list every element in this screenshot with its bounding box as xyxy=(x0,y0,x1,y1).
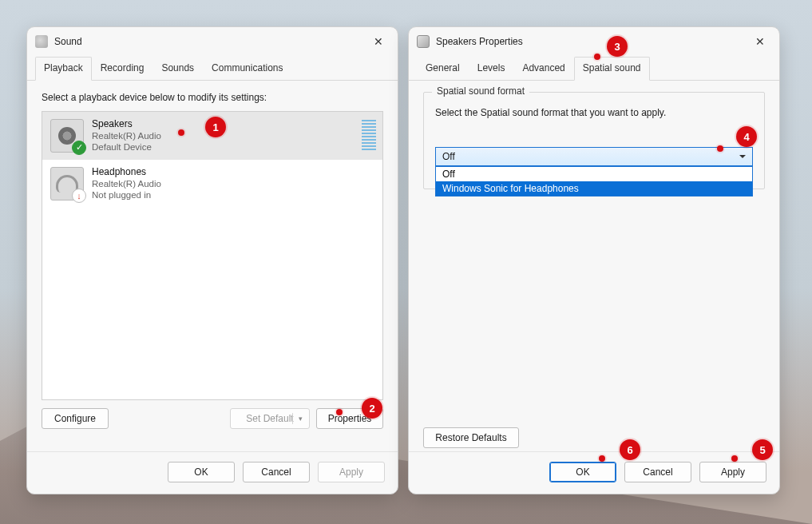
sound-dialog: Sound ✕ Playback Recording Sounds Commun… xyxy=(26,26,398,494)
apply-button[interactable]: Apply xyxy=(318,462,385,482)
spatial-instruction: Select the Spatial sound format that you… xyxy=(435,107,753,118)
playback-device-list[interactable]: ✓ Speakers Realtek(R) Audio Default Devi… xyxy=(42,111,383,400)
device-status: Not plugged in xyxy=(92,189,161,200)
spatial-combo-wrap: Off Off Windows Sonic for Headphones xyxy=(435,147,753,166)
option-off[interactable]: Off xyxy=(436,167,752,181)
speaker-icon: ✓ xyxy=(50,119,84,153)
ok-button[interactable]: OK xyxy=(168,462,235,482)
tab-playback[interactable]: Playback xyxy=(35,57,92,81)
device-status: Default Device xyxy=(92,141,161,153)
annotation-marker-2: 2 xyxy=(362,398,382,419)
playback-instruction: Select a playback device below to modify… xyxy=(42,92,383,103)
playback-action-row: Configure Set Default ▾ Properties xyxy=(42,400,383,429)
speakers-properties-dialog: Speakers Properties ✕ General Levels Adv… xyxy=(408,26,780,494)
restore-row: Restore Defaults xyxy=(423,416,519,448)
set-default-label: Set Default xyxy=(246,413,293,424)
close-icon[interactable]: ✕ xyxy=(367,35,390,48)
tab-sounds[interactable]: Sounds xyxy=(152,57,203,81)
sound-title: Sound xyxy=(54,36,361,47)
tab-communications[interactable]: Communications xyxy=(203,57,291,81)
props-title: Speakers Properties xyxy=(436,36,743,47)
speaker-icon xyxy=(417,35,430,48)
props-titlebar[interactable]: Speakers Properties ✕ xyxy=(409,27,779,56)
device-driver: Realtek(R) Audio xyxy=(92,178,161,189)
headphones-icon: ↓ xyxy=(50,167,84,200)
tab-recording[interactable]: Recording xyxy=(92,57,153,81)
annotation-marker-1: 1 xyxy=(205,117,226,137)
cancel-button[interactable]: Cancel xyxy=(243,462,310,482)
sound-tabs: Playback Recording Sounds Communications xyxy=(27,56,398,81)
apply-button[interactable]: Apply xyxy=(699,462,766,482)
device-name: Headphones xyxy=(92,166,161,178)
sound-titlebar[interactable]: Sound ✕ xyxy=(27,27,398,56)
device-text: Headphones Realtek(R) Audio Not plugged … xyxy=(92,166,161,201)
sound-dialog-buttons: OK Cancel Apply xyxy=(27,451,398,494)
restore-defaults-button[interactable]: Restore Defaults xyxy=(423,427,519,448)
close-icon[interactable]: ✕ xyxy=(749,35,771,48)
device-name: Speakers xyxy=(92,118,161,130)
ok-button[interactable]: OK xyxy=(549,462,616,482)
unplugged-badge-icon: ↓ xyxy=(72,189,86,203)
annotation-marker-6: 6 xyxy=(620,439,640,460)
spatial-format-combobox[interactable]: Off xyxy=(435,147,753,166)
checkmark-badge-icon: ✓ xyxy=(72,141,86,155)
device-text: Speakers Realtek(R) Audio Default Device xyxy=(92,118,161,153)
annotation-marker-5: 5 xyxy=(752,439,773,460)
spatial-sound-fieldset: Spatial sound format Select the Spatial … xyxy=(423,92,765,189)
sound-icon xyxy=(35,35,48,48)
tab-spatial-sound[interactable]: Spatial sound xyxy=(574,57,650,81)
combo-value: Off xyxy=(442,151,455,162)
configure-button[interactable]: Configure xyxy=(42,408,109,429)
fieldset-legend: Spatial sound format xyxy=(432,85,529,97)
props-tabs: General Levels Advanced Spatial sound xyxy=(409,56,779,81)
annotation-marker-3: 3 xyxy=(607,36,628,57)
device-driver: Realtek(R) Audio xyxy=(92,130,161,141)
annotation-marker-4: 4 xyxy=(736,126,757,147)
option-windows-sonic[interactable]: Windows Sonic for Headphones xyxy=(436,181,752,196)
device-headphones[interactable]: ↓ Headphones Realtek(R) Audio Not plugge… xyxy=(42,160,382,208)
tab-general[interactable]: General xyxy=(417,57,469,81)
set-default-button[interactable]: Set Default ▾ xyxy=(230,408,310,429)
cancel-button[interactable]: Cancel xyxy=(624,462,691,482)
tab-levels[interactable]: Levels xyxy=(469,57,514,81)
spatial-format-dropdown[interactable]: Off Windows Sonic for Headphones xyxy=(435,166,753,196)
props-dialog-buttons: OK Cancel Apply xyxy=(409,451,779,494)
chevron-down-icon: ▾ xyxy=(299,415,303,423)
tab-advanced[interactable]: Advanced xyxy=(513,57,573,81)
props-content: Spatial sound format Select the Spatial … xyxy=(409,81,779,451)
